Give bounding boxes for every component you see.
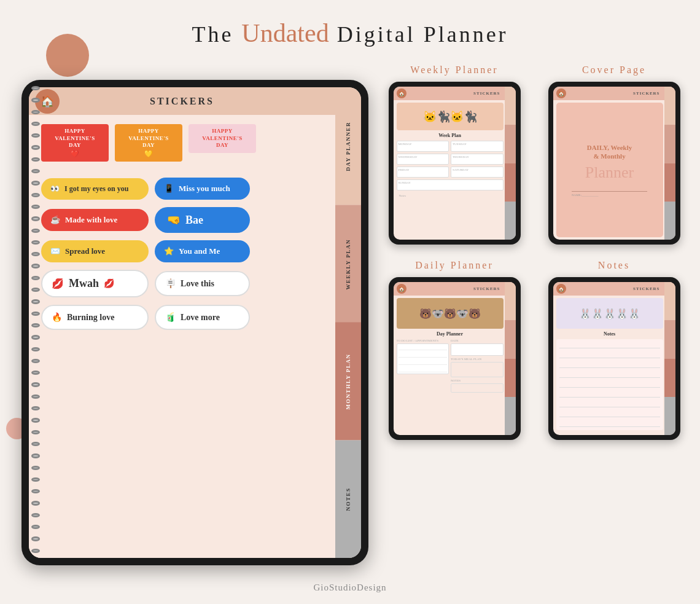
sticker-burning-love: 🔥 Burning love <box>41 305 149 330</box>
sticker-row-1: 👀 I got my eyes on you 📱 Miss you much <box>41 178 326 200</box>
daily-planner-label: Daily Planner <box>415 260 493 271</box>
day-friday: FRIDAY <box>397 167 449 178</box>
miss-icon: 📱 <box>164 184 174 194</box>
notes-top-bar: 🏠 STICKERS <box>553 282 675 296</box>
spread-text: Spread love <box>65 246 105 256</box>
week-plan-title: Week Plan <box>397 133 504 138</box>
tab-notes[interactable]: NOTES <box>335 441 361 559</box>
cover-title: DAILY, Weekly& Monthly <box>587 143 632 161</box>
weekly-tablet: 🏠 STICKERS 🐱🐈‍⬛🐱🐈‍⬛ Week Plan MONDAY TUE… <box>389 82 521 245</box>
day-wednesday: WEDNESDAY <box>397 154 449 165</box>
decorative-circle-left <box>46 34 89 77</box>
stickers-label: STICKERS <box>150 96 214 107</box>
cover-main: DAILY, Weekly& Monthly Planner NAME:____… <box>556 103 663 237</box>
mwah-text: Mwah <box>69 277 99 290</box>
week-grid: MONDAY TUESDAY WEDNESDAY THURSDAY FRIDAY… <box>397 141 504 190</box>
tablet-screen: 🏠 STICKERS HAPPY VALENTINE'S DAY ❤️ <box>29 87 361 558</box>
notes-lines-area <box>556 339 663 430</box>
daily-grid: TO DO LIST / APPOINTMENTS DATE <box>397 339 504 393</box>
burning-icon: 🔥 <box>52 312 62 323</box>
love-more-icon: 🧃 <box>165 312 176 323</box>
love-this-icon: 🪧 <box>165 278 176 289</box>
notes-label: Notes <box>397 193 504 198</box>
weekly-home-icon: 🏠 <box>397 88 406 98</box>
made-love-icon: ☕ <box>50 215 60 225</box>
eyes-icon: 👀 <box>50 184 60 194</box>
sticker-row-2: ☕ Made with love 🤜 Bae <box>41 207 326 233</box>
day-tuesday: TUESDAY <box>451 141 504 152</box>
bears-image: 🐻🐨🐻🐨🐻 <box>397 298 504 329</box>
bae-icon: 🤜 <box>167 213 181 227</box>
cover-home-icon: 🏠 <box>556 88 566 98</box>
cover-page-label: Cover Page <box>582 65 646 76</box>
day-saturday: SATURDAY <box>451 167 504 178</box>
daily-notes-cell <box>451 383 504 393</box>
cover-page-card: Cover Page 🏠 STICKERS DAILY, Weekly& Mon… <box>540 65 688 245</box>
daily-tablet: 🏠 STICKERS 🐻🐨🐻🐨🐻 Day Planner TO DO LIST … <box>389 277 521 440</box>
main-tablet: 🏠 STICKERS HAPPY VALENTINE'S DAY ❤️ <box>21 80 368 565</box>
sticker-made-love: ☕ Made with love <box>41 209 149 231</box>
banner-orange: HAPPY VALENTINE'S DAY 💛 <box>115 124 182 170</box>
spiral-binding <box>31 86 41 553</box>
weekly-mini-sidebar <box>505 87 516 240</box>
made-love-text: Made with love <box>65 215 117 225</box>
weekly-content: 🐱🐈‍⬛🐱🐈‍⬛ Week Plan MONDAY TUESDAY WEDNES… <box>394 100 516 201</box>
title-before: The <box>192 22 241 47</box>
meal-cell <box>451 362 504 377</box>
spread-icon: ✉️ <box>50 246 60 256</box>
mwah-icon: 💋 <box>52 278 64 289</box>
banner-red: HAPPY VALENTINE'S DAY ❤️ <box>41 124 109 170</box>
day-thursday: THURSDAY <box>451 154 504 165</box>
daily-content: 🐻🐨🐻🐨🐻 Day Planner TO DO LIST / APPOINTME… <box>394 296 516 395</box>
eyes-text: I got my eyes on you <box>64 184 128 194</box>
date-cell <box>451 343 504 356</box>
tab-day-planner[interactable]: DAY PLANNER <box>335 87 361 205</box>
cats-image: 🐱🐈‍⬛🐱🐈‍⬛ <box>397 103 504 130</box>
cover-tablet: 🏠 STICKERS DAILY, Weekly& Monthly Planne… <box>548 82 680 245</box>
sticker-mwah: 💋 Mwah 💋 <box>41 270 149 297</box>
tablet-top-bar: 🏠 STICKERS <box>29 87 335 115</box>
weekly-planner-card: Weekly Planner 🏠 STICKERS 🐱🐈‍⬛🐱🐈‍⬛ Week … <box>381 65 528 245</box>
notes-card: Notes 🏠 STICKERS 🐰🐰🐰🐰🐰 Notes <box>540 260 688 440</box>
day-monday: MONDAY <box>397 141 449 152</box>
banner-row: HAPPY VALENTINE'S DAY ❤️ HAPPY VALENTINE… <box>41 124 326 170</box>
sticker-bae: 🤜 Bae <box>155 207 250 233</box>
weekly-top-bar: 🏠 STICKERS <box>394 87 516 100</box>
banner-pink: HAPPY VALENTINE'S DAY <box>189 124 256 170</box>
tab-weekly-plan[interactable]: WEEKLY PLAN <box>335 205 361 323</box>
bottom-preview-section: Daily Planner 🏠 STICKERS 🐻🐨🐻🐨🐻 Day Plann… <box>381 260 688 440</box>
footer: GioStudioDesign <box>0 582 700 593</box>
cover-name: NAME:___________ <box>572 191 647 197</box>
title-after: Digital Planner <box>329 22 508 47</box>
you-me-text: You and Me <box>179 246 220 256</box>
sticker-miss: 📱 Miss you much <box>155 178 250 200</box>
sidebar-tabs: DAY PLANNER WEEKLY PLAN MONTHLY PLAN NOT… <box>335 87 361 558</box>
daily-home-icon: 🏠 <box>397 284 406 294</box>
sticker-love-this: 🪧 Love this <box>155 271 250 296</box>
daily-mini-sidebar <box>505 282 516 435</box>
miss-text: Miss you much <box>179 184 230 194</box>
page-title: The Undated Digital Planner <box>0 0 700 48</box>
daily-planner-card: Daily Planner 🏠 STICKERS 🐻🐨🐻🐨🐻 Day Plann… <box>381 260 528 440</box>
bunnies-image: 🐰🐰🐰🐰🐰 <box>556 298 663 329</box>
love-more-text: Love more <box>181 313 220 323</box>
burning-text: Burning love <box>67 313 114 323</box>
daily-right-col: DATE TODAY'S MEAL PLAN NOTES <box>451 339 504 393</box>
cover-mini-sidebar <box>664 87 675 240</box>
sticker-eyes: 👀 I got my eyes on you <box>41 178 149 200</box>
footer-text: GioStudioDesign <box>313 582 386 592</box>
sticker-row-5: 🔥 Burning love 🧃 Love more <box>41 305 326 330</box>
sticker-you-me: ⭐ You and Me <box>155 240 250 262</box>
tab-monthly-plan[interactable]: MONTHLY PLAN <box>335 323 361 441</box>
sticker-row-3: ✉️ Spread love ⭐ You and Me <box>41 240 326 262</box>
cover-script: Planner <box>585 163 634 182</box>
love-this-text: Love this <box>181 279 214 289</box>
day-sunday: SUNDAY <box>397 179 504 190</box>
top-preview-section: Weekly Planner 🏠 STICKERS 🐱🐈‍⬛🐱🐈‍⬛ Week … <box>381 65 688 245</box>
sticker-area: HAPPY VALENTINE'S DAY ❤️ HAPPY VALENTINE… <box>29 115 335 558</box>
notes-mini-sidebar <box>664 282 675 435</box>
weekly-planner-label: Weekly Planner <box>410 65 498 76</box>
notes-tablet: 🏠 STICKERS 🐰🐰🐰🐰🐰 Notes <box>548 277 680 440</box>
you-me-icon: ⭐ <box>164 246 174 256</box>
sticker-spread: ✉️ Spread love <box>41 240 149 262</box>
